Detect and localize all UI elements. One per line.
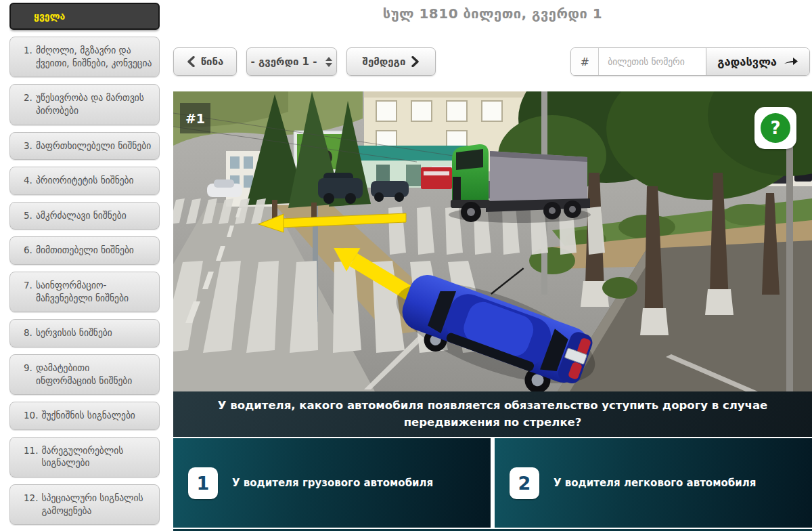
page-select[interactable]: - გვერდი 1 - — [246, 47, 337, 76]
question-number-badge: #1 — [180, 103, 210, 133]
item-label: დამატებითი ინფორმაციის ნიშნები — [36, 362, 152, 387]
sidebar-item-11[interactable]: 11.მარეგულირებლის სიგნალები — [9, 437, 160, 477]
kiosk-sign — [424, 171, 449, 175]
item-number: 4. — [24, 174, 32, 187]
hash-label: # — [571, 48, 599, 75]
sidebar-item-9[interactable]: 9.დამატებითი ინფორმაციის ნიშნები — [9, 354, 160, 395]
question-mark-icon: ? — [761, 113, 790, 143]
item-number: 1. — [24, 44, 32, 69]
answers-row: 1 У водителя грузового автомобиля 2 У во… — [173, 438, 812, 528]
item-number: 3. — [24, 140, 32, 152]
sidebar-item-3[interactable]: 3.მაფრთხილებელი ნიშნები — [9, 132, 160, 161]
item-label: მაფრთხილებელი ნიშნები — [36, 140, 151, 152]
answer-option-1[interactable]: 1 У водителя грузового автомобиля — [173, 438, 491, 528]
app-root: ყველა 1.მძღოლი, მგზავრი და ქვეითი, ნიშნე… — [0, 0, 812, 531]
item-number: 10. — [24, 409, 38, 422]
sidebar-item-6[interactable]: 6.მიმთითებელი ნიშნები — [9, 236, 160, 265]
item-label: მარეგულირებლის სიგნალები — [41, 444, 152, 469]
item-label: მიმთითებელი ნიშნები — [36, 244, 134, 257]
traffic-scene — [173, 91, 812, 391]
sidebar-item-4[interactable]: 4.პრიორიტეტის ნიშნები — [9, 167, 160, 195]
go-label: გადასვლა — [717, 56, 777, 68]
utility-pole — [786, 146, 793, 391]
help-button[interactable]: ? — [754, 107, 796, 149]
ticket-number-input[interactable] — [599, 48, 706, 75]
sidebar-item-2[interactable]: 2.უწესივრობა და მართვის პირობები — [9, 84, 160, 125]
sidebar-item-8[interactable]: 8.სერვისის ნიშნები — [9, 319, 160, 347]
page-title: სულ 1810 ბილეთი, გვერდი 1 — [173, 5, 812, 22]
item-number: 11. — [24, 444, 38, 469]
red-kiosk — [421, 167, 452, 189]
prev-button[interactable]: წინა — [173, 47, 237, 76]
answer-label: У водителя грузового автомобиля — [232, 477, 433, 489]
item-number: 2. — [24, 91, 32, 116]
page-select-value: - გვერდი 1 - — [251, 56, 317, 68]
question-text: У водителя, какого автомобиля появляется… — [173, 391, 812, 437]
prev-label: წინა — [201, 56, 224, 68]
sidebar-item-5[interactable]: 5.ამკრძალავი ნიშნები — [9, 202, 160, 230]
item-label: სერვისის ნიშნები — [36, 326, 112, 339]
item-label: ამკრძალავი ნიშნები — [36, 209, 127, 222]
answer-option-2[interactable]: 2 У водителя легкового автомобиля — [495, 438, 812, 528]
sidebar-item-7[interactable]: 7.საინფორმაციო-მაჩვენებელი ნიშნები — [9, 272, 160, 312]
next-button[interactable]: შემდეგი — [346, 47, 436, 76]
chevron-left-icon — [187, 56, 195, 67]
toolbar: წინა - გვერდი 1 - შემდეგი # გადასვლა — [173, 47, 812, 77]
item-label: სპეციალური სიგნალის გამოყენება — [41, 492, 152, 517]
item-number: 8. — [24, 326, 32, 339]
sidebar-item-all[interactable]: ყველა — [9, 3, 160, 30]
question-photo: #1 ? — [173, 91, 812, 391]
sidebar-item-1[interactable]: 1.მძღოლი, მგზავრი და ქვეითი, ნიშნები, კო… — [9, 37, 160, 77]
answer-label: У водителя легкового автомобиля — [554, 477, 756, 489]
truck — [449, 144, 591, 223]
item-number: 9. — [24, 362, 32, 387]
item-number: 6. — [24, 244, 32, 257]
item-label: საინფორმაციო-მაჩვენებელი ნიშნები — [36, 279, 152, 304]
answer-number-badge: 1 — [188, 467, 218, 499]
item-number: 7. — [24, 279, 32, 304]
item-label: უწესივრობა და მართვის პირობები — [36, 91, 152, 116]
chevron-right-icon — [411, 56, 420, 67]
item-number: 5. — [24, 209, 32, 222]
sidebar: ყველა 1.მძღოლი, მგზავრი და ქვეითი, ნიშნე… — [9, 3, 160, 531]
item-label: პრიორიტეტის ნიშნები — [36, 174, 134, 187]
next-label: შემდეგი — [363, 56, 406, 68]
item-label: მძღოლი, მგზავრი და ქვეითი, ნიშნები, კონვ… — [36, 44, 152, 69]
arrow-right-icon — [784, 56, 798, 67]
item-number: 12. — [24, 492, 38, 517]
go-button[interactable]: გადასვლა — [706, 48, 809, 75]
sidebar-item-12[interactable]: 12.სპეციალური სიგნალის გამოყენება — [9, 484, 160, 525]
ticket-goto-group: # გადასვლა — [570, 47, 810, 76]
select-arrows-icon — [325, 57, 332, 67]
answer-number-badge: 2 — [510, 467, 539, 499]
sidebar-item-10[interactable]: 10.შუქნიშნის სიგნალები — [9, 402, 160, 430]
main-panel: სულ 1810 ბილეთი, გვერდი 1 წინა - გვერდი … — [173, 0, 812, 531]
item-label: შუქნიშნის სიგნალები — [41, 409, 135, 422]
